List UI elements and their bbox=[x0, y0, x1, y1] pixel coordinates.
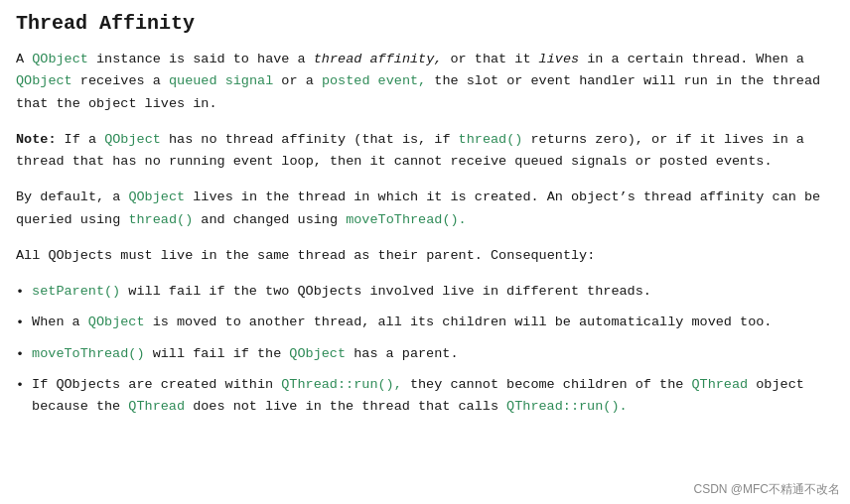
qthread-link-1[interactable]: QThread bbox=[691, 377, 748, 392]
paragraph-2: By default, a QObject lives in the threa… bbox=[16, 187, 834, 231]
paragraph-3: All QObjects must live in the same threa… bbox=[16, 245, 834, 267]
bullet-3: • bbox=[16, 344, 24, 366]
bullet-list: • setParent() will fail if the two QObje… bbox=[16, 281, 834, 418]
qobject-link-3[interactable]: QObject bbox=[128, 189, 185, 204]
paragraph-1: A QObject instance is said to have a thr… bbox=[16, 49, 834, 115]
list-item-1: • setParent() will fail if the two QObje… bbox=[16, 281, 834, 304]
watermark: CSDN @MFC不精通不改名 bbox=[693, 481, 840, 498]
movetothread-code-1: moveToThread(). bbox=[346, 212, 467, 227]
italic-thread-affinity: thread affinity, bbox=[314, 52, 443, 66]
list-item-2: • When a QObject is moved to another thr… bbox=[16, 312, 834, 334]
queued-signal-link[interactable]: queued signal bbox=[169, 73, 273, 88]
bullet-text-3: moveToThread() will fail if the QObject … bbox=[32, 343, 834, 365]
qobject-link-note[interactable]: QObject bbox=[104, 132, 161, 147]
note-label: Note: bbox=[16, 132, 57, 147]
qobject-link-1[interactable]: QObject bbox=[32, 52, 88, 66]
note-paragraph: Note: If a QObject has no thread affinit… bbox=[16, 129, 834, 174]
qthread-run-code-2: QThread::run(). bbox=[506, 399, 628, 414]
bullet-1: • bbox=[16, 282, 24, 304]
bullet-4: • bbox=[16, 375, 24, 397]
italic-lives: lives bbox=[539, 52, 580, 66]
movetothread-code-2: moveToThread() bbox=[32, 346, 144, 361]
posted-event-link[interactable]: posted event, bbox=[322, 73, 426, 88]
page-title: Thread Affinity bbox=[16, 12, 834, 35]
bullet-text-4: If QObjects are created within QThread::… bbox=[32, 374, 834, 419]
thread-code-2: thread() bbox=[128, 212, 193, 227]
bullet-2: • bbox=[16, 313, 24, 334]
qthread-link-2[interactable]: QThread bbox=[128, 399, 185, 414]
qobject-link-5[interactable]: QObject bbox=[289, 346, 346, 361]
list-item-4: • If QObjects are created within QThread… bbox=[16, 374, 834, 419]
qobject-link-4[interactable]: QObject bbox=[88, 315, 145, 329]
thread-code-1: thread() bbox=[459, 132, 523, 147]
qthread-run-code-1: QThread::run(), bbox=[281, 377, 402, 392]
list-item-3: • moveToThread() will fail if the QObjec… bbox=[16, 343, 834, 366]
qobject-link-2[interactable]: QObject bbox=[16, 73, 72, 88]
bullet-text-1: setParent() will fail if the two QObject… bbox=[32, 281, 834, 303]
setparent-code: setParent() bbox=[32, 284, 120, 299]
bullet-text-2: When a QObject is moved to another threa… bbox=[32, 312, 834, 333]
